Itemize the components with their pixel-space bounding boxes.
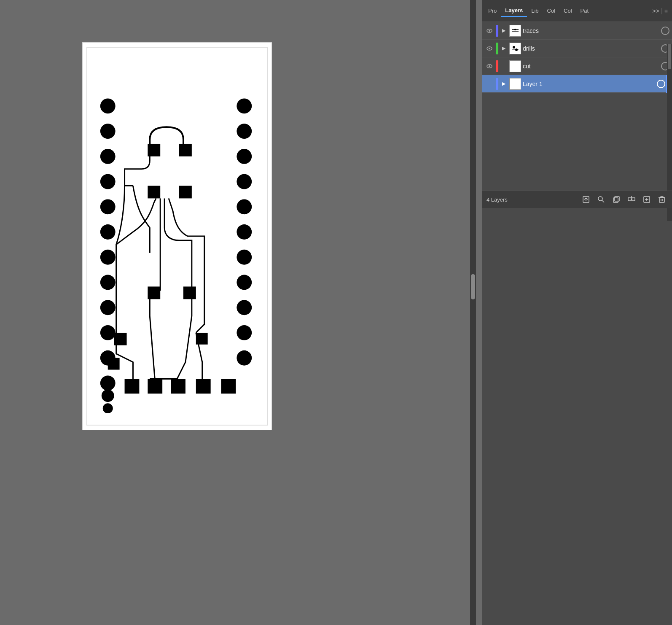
svg-point-9 <box>100 325 116 340</box>
expand-arrow-traces[interactable]: ▶ <box>500 27 508 35</box>
layer-name-drills: drills <box>523 45 661 52</box>
delete-layer-button[interactable] <box>656 194 668 205</box>
svg-rect-34 <box>171 379 185 393</box>
search-icon <box>597 196 605 203</box>
color-bar-drills <box>496 43 498 54</box>
svg-rect-30 <box>183 286 196 299</box>
svg-point-0 <box>100 98 116 113</box>
svg-point-8 <box>100 300 116 315</box>
svg-point-46 <box>489 48 490 49</box>
tab-pro[interactable]: Pro <box>484 5 501 16</box>
eye-icon-drills[interactable] <box>485 44 494 53</box>
layer-name-traces: traces <box>523 27 661 34</box>
layers-actions-bar: 4 Layers <box>482 191 672 208</box>
svg-rect-35 <box>196 379 211 393</box>
svg-point-41 <box>489 30 490 32</box>
layer-row-layer1[interactable]: ▶ Layer 1 <box>482 75 672 93</box>
tab-menu-icon: ≡ <box>664 8 668 14</box>
svg-rect-57 <box>628 198 631 201</box>
svg-point-18 <box>237 199 252 214</box>
layer-name-layer1: Layer 1 <box>523 81 657 87</box>
svg-rect-28 <box>179 186 192 199</box>
layer-thumb-layer1 <box>509 78 521 90</box>
tab-separator: | <box>661 7 663 15</box>
svg-point-24 <box>237 350 252 366</box>
right-scrollbar-thumb[interactable] <box>471 274 475 299</box>
svg-point-17 <box>237 174 252 189</box>
svg-rect-37 <box>108 358 120 370</box>
svg-point-47 <box>513 46 515 48</box>
layer-row-cut[interactable]: cut <box>482 57 672 75</box>
duplicate-icon <box>613 196 620 203</box>
right-panel: Pro Layers Lib Col Col Pat >> | ≡ ▶ <box>482 0 672 625</box>
group-icon <box>628 196 635 203</box>
eye-icon-cut[interactable] <box>485 62 494 71</box>
expand-arrow-cut-spacer <box>500 62 508 70</box>
svg-point-53 <box>598 197 602 201</box>
svg-rect-55 <box>613 198 618 202</box>
export-button[interactable] <box>580 194 592 205</box>
layers-scrollbar-thumb[interactable] <box>668 44 671 69</box>
svg-point-5 <box>100 224 116 240</box>
layer-count-label: 4 Layers <box>487 197 577 203</box>
tab-col2[interactable]: Col <box>559 5 576 16</box>
tab-lib[interactable]: Lib <box>527 5 543 16</box>
svg-point-3 <box>100 174 116 189</box>
tab-pat[interactable]: Pat <box>576 5 593 16</box>
svg-point-12 <box>102 389 114 402</box>
svg-rect-36 <box>221 379 236 393</box>
layer-thumb-drills <box>509 43 521 54</box>
tab-layers[interactable]: Layers <box>501 5 527 17</box>
svg-point-21 <box>237 275 252 290</box>
tab-col1[interactable]: Col <box>543 5 560 16</box>
color-bar-cut <box>496 60 498 72</box>
tab-more-button[interactable]: >> | ≡ <box>650 7 670 15</box>
svg-point-11 <box>100 376 116 391</box>
layer-row-drills[interactable]: ▶ drills <box>482 40 672 57</box>
svg-point-51 <box>489 65 490 67</box>
layers-content: ▶ traces ▶ drills <box>482 22 672 191</box>
svg-point-23 <box>237 325 252 340</box>
search-button[interactable] <box>595 194 607 205</box>
svg-point-19 <box>237 224 252 240</box>
svg-point-4 <box>100 199 116 214</box>
svg-point-15 <box>237 124 252 139</box>
layer-thumb-traces <box>509 25 521 37</box>
svg-rect-27 <box>148 186 160 199</box>
svg-point-16 <box>237 149 252 164</box>
circle-icon-layer1 <box>657 80 665 88</box>
pcb-board <box>82 42 272 430</box>
export-icon <box>582 196 590 203</box>
layer-row-traces[interactable]: ▶ traces <box>482 22 672 40</box>
svg-point-20 <box>237 250 252 265</box>
pcb-svg <box>83 43 271 430</box>
duplicate-button[interactable] <box>610 194 622 205</box>
eye-icon-layer1[interactable] <box>485 79 494 89</box>
expand-arrow-drills[interactable]: ▶ <box>500 45 508 52</box>
svg-rect-26 <box>179 144 192 156</box>
more-tabs-icon: >> <box>652 8 659 14</box>
expand-arrow-layer1[interactable]: ▶ <box>500 80 508 88</box>
svg-line-54 <box>602 200 604 202</box>
svg-rect-32 <box>125 379 140 393</box>
add-icon <box>643 196 650 203</box>
right-scrollbar[interactable] <box>470 0 476 625</box>
svg-point-7 <box>100 275 116 290</box>
circle-icon-traces <box>661 27 669 35</box>
color-bar-layer1 <box>496 78 498 90</box>
canvas-area: Pro Layers Lib Col Col Pat >> | ≡ ▶ <box>0 0 672 625</box>
svg-point-2 <box>100 149 116 164</box>
svg-rect-64 <box>659 198 664 202</box>
svg-rect-58 <box>632 198 635 201</box>
svg-point-1 <box>100 124 116 139</box>
tab-bar: Pro Layers Lib Col Col Pat >> | ≡ <box>482 0 672 22</box>
add-layer-button[interactable] <box>641 194 653 205</box>
svg-rect-56 <box>615 197 619 201</box>
group-button[interactable] <box>626 194 637 205</box>
color-bar-traces <box>496 25 498 37</box>
svg-point-22 <box>237 300 252 315</box>
svg-rect-33 <box>148 379 162 393</box>
svg-point-6 <box>100 250 116 265</box>
svg-point-14 <box>237 98 252 113</box>
eye-icon-traces[interactable] <box>485 26 494 35</box>
